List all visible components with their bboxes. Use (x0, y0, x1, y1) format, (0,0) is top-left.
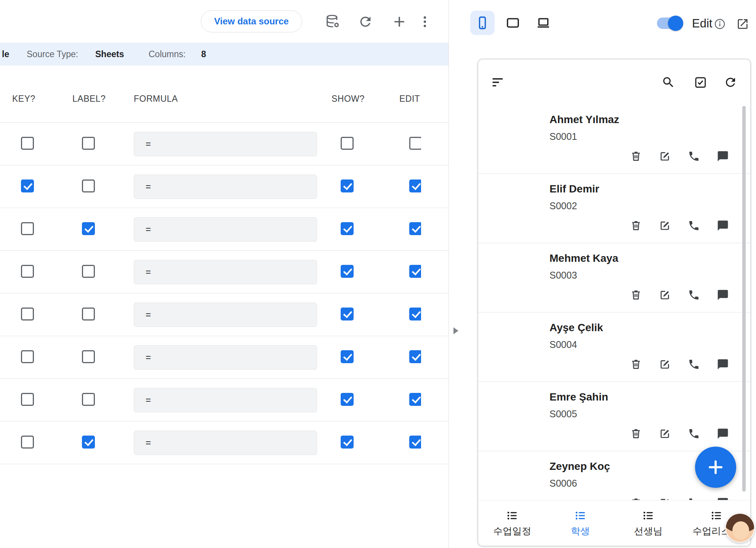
student-list-item[interactable]: Mehmet Kaya S0003 (478, 243, 750, 312)
formula-input[interactable]: = (134, 303, 317, 327)
search-icon[interactable] (660, 74, 677, 91)
show-checkbox[interactable] (341, 350, 354, 363)
data-columns-panel: View data source (0, 0, 449, 548)
columns-table-header: KEY? LABEL? FORMULA SHOW? EDIT (0, 66, 448, 122)
edit-cell (396, 379, 421, 421)
delete-icon[interactable] (629, 288, 643, 302)
label-checkbox[interactable] (82, 350, 95, 363)
chat-icon[interactable] (716, 288, 730, 302)
formula-input[interactable]: = (134, 345, 317, 370)
call-icon[interactable] (687, 427, 701, 441)
open-in-new-icon[interactable] (736, 18, 749, 30)
sort-icon[interactable] (489, 74, 506, 91)
show-checkbox[interactable] (341, 393, 354, 406)
edit-checkbox[interactable] (409, 179, 421, 192)
refresh-icon[interactable] (722, 74, 739, 91)
delete-icon[interactable] (629, 219, 643, 232)
student-list-item[interactable]: Emre Şahin S0005 (478, 382, 750, 451)
call-icon[interactable] (687, 219, 701, 232)
edit-icon[interactable] (658, 427, 672, 441)
chat-icon[interactable] (716, 427, 730, 441)
student-list-item[interactable]: Ahmet Yılmaz S0001 (478, 104, 750, 174)
app-header (478, 59, 750, 104)
table-row: = (0, 379, 448, 421)
edit-toggle[interactable] (657, 18, 682, 29)
list-scrollbar[interactable] (742, 106, 746, 492)
delete-icon[interactable] (629, 427, 643, 441)
formula-input[interactable]: = (134, 431, 317, 455)
student-list-item[interactable]: Ayşe Çelik S0004 (478, 312, 750, 382)
label-checkbox[interactable] (82, 308, 95, 320)
user-avatar[interactable] (725, 513, 755, 543)
formula-input[interactable]: = (134, 388, 317, 412)
student-id: S0003 (549, 270, 577, 281)
key-checkbox[interactable] (21, 393, 34, 406)
edit-checkbox[interactable] (409, 137, 421, 150)
edit-checkbox[interactable] (409, 222, 421, 235)
select-all-icon[interactable] (692, 74, 709, 91)
edit-icon[interactable] (658, 288, 672, 302)
desktop-device-button[interactable] (531, 11, 556, 35)
add-icon (706, 457, 726, 477)
label-checkbox[interactable] (82, 393, 95, 406)
call-icon[interactable] (687, 149, 701, 163)
edit-icon[interactable] (658, 219, 672, 232)
label-checkbox[interactable] (82, 265, 95, 278)
show-checkbox[interactable] (341, 179, 354, 192)
show-checkbox[interactable] (341, 137, 354, 150)
show-checkbox[interactable] (341, 436, 354, 449)
edit-checkbox[interactable] (409, 308, 421, 320)
key-checkbox[interactable] (21, 179, 34, 192)
formula-input[interactable]: = (134, 132, 317, 156)
edit-checkbox[interactable] (409, 393, 421, 406)
info-icon[interactable] (713, 18, 726, 30)
add-icon[interactable] (390, 13, 408, 31)
call-icon[interactable] (687, 288, 701, 302)
formula-input[interactable]: = (134, 217, 317, 242)
key-checkbox[interactable] (21, 308, 34, 320)
label-checkbox[interactable] (82, 137, 95, 150)
data-source-settings-icon[interactable] (324, 13, 342, 31)
more-vert-icon[interactable] (416, 13, 434, 31)
formula-value: = (146, 267, 151, 277)
chat-icon[interactable] (716, 357, 730, 371)
chat-icon[interactable] (716, 149, 730, 163)
edit-icon[interactable] (658, 149, 672, 163)
column-header-formula: FORMULA (134, 94, 178, 104)
edit-label: Edit (692, 17, 712, 30)
view-data-source-button[interactable]: View data source (201, 10, 302, 32)
refresh-icon[interactable] (356, 13, 375, 31)
student-list: Ahmet Yılmaz S0001 Elif Demir S0002 Mehm… (478, 104, 750, 502)
show-checkbox[interactable] (341, 265, 354, 278)
edit-icon[interactable] (658, 357, 672, 371)
nav-tab-schedule[interactable]: 수업일정 (478, 500, 546, 546)
panel-expander[interactable] (450, 322, 461, 340)
formula-input[interactable]: = (134, 260, 317, 284)
delete-icon[interactable] (629, 357, 643, 371)
label-checkbox[interactable] (82, 436, 95, 449)
edit-checkbox[interactable] (409, 436, 421, 449)
add-record-fab[interactable] (695, 447, 736, 488)
label-checkbox[interactable] (82, 179, 95, 192)
tablet-icon (505, 15, 521, 30)
label-checkbox[interactable] (82, 222, 95, 235)
tablet-device-button[interactable] (501, 11, 525, 35)
student-list-item[interactable]: Elif Demir S0002 (478, 174, 750, 243)
nav-tab-teachers[interactable]: 선생님 (614, 500, 682, 546)
nav-label: 선생님 (634, 525, 663, 537)
key-checkbox[interactable] (21, 350, 34, 363)
chat-icon[interactable] (716, 219, 730, 232)
show-checkbox[interactable] (341, 222, 354, 235)
key-checkbox[interactable] (21, 222, 34, 235)
nav-tab-students[interactable]: 학생 (546, 500, 615, 546)
delete-icon[interactable] (629, 149, 643, 163)
show-checkbox[interactable] (341, 308, 354, 320)
phone-device-button[interactable] (470, 11, 495, 35)
formula-input[interactable]: = (134, 175, 317, 199)
key-checkbox[interactable] (21, 265, 34, 278)
key-checkbox[interactable] (21, 436, 34, 449)
edit-checkbox[interactable] (409, 350, 421, 363)
call-icon[interactable] (687, 357, 701, 371)
key-checkbox[interactable] (21, 137, 34, 150)
edit-checkbox[interactable] (409, 265, 421, 278)
